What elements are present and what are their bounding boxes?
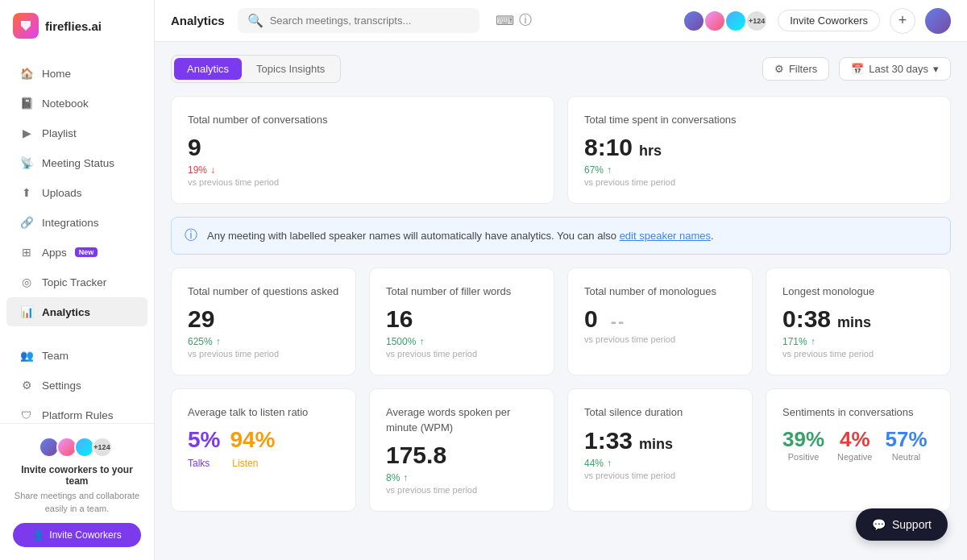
sidebar-item-analytics[interactable]: 📊 Analytics	[6, 297, 147, 326]
header-actions: +124 Invite Coworkers +	[686, 8, 951, 34]
stat-card-monologues: Total number of monologues 0 -- vs previ…	[567, 268, 753, 375]
change-value: 625%	[188, 336, 213, 347]
stat-value: 0 --	[584, 305, 736, 333]
sidebar-nav: 🏠 Home 📓 Notebook ▶ Playlist 📡 Meeting S…	[0, 52, 154, 423]
change-arrow: ↑	[216, 336, 221, 347]
sidebar-item-label: Settings	[42, 380, 81, 392]
filters-button[interactable]: ⚙ Filters	[762, 57, 829, 81]
footer-invite-title: Invite coworkers to your team	[13, 464, 141, 487]
playlist-icon: ▶	[19, 126, 34, 140]
search-icon: 🔍	[247, 13, 264, 28]
sidebar-item-playlist[interactable]: ▶ Playlist	[6, 118, 147, 147]
search-box[interactable]: 🔍	[238, 8, 479, 33]
support-button[interactable]: 💬 Support	[856, 508, 948, 541]
stat-label: Total number of questions asked	[188, 284, 339, 299]
stats-row-1: Total number of conversations 9 19% ↓ vs…	[171, 96, 951, 204]
edit-speaker-names-link[interactable]: edit speaker names	[620, 230, 711, 242]
stat-card-conversations: Total number of conversations 9 19% ↓ vs…	[171, 96, 554, 204]
header-invite-label: Invite Coworkers	[790, 15, 868, 27]
notebook-icon: 📓	[19, 96, 34, 110]
info-banner: ⓘ Any meeting with labelled speaker name…	[171, 217, 951, 255]
header-avatar	[724, 10, 747, 32]
apps-icon: ⊞	[19, 245, 34, 259]
sentiment-positive-col: 39% Positive	[782, 427, 824, 462]
stat-label: Longest monologue	[782, 284, 934, 299]
integrations-icon: 🔗	[19, 215, 34, 230]
invite-icon: 👤	[32, 529, 44, 541]
change-value: 67%	[584, 164, 604, 176]
sidebar-item-label: Integrations	[42, 217, 99, 229]
sidebar-footer: +124 Invite coworkers to your team Share…	[0, 423, 154, 560]
sidebar: fireflies.ai 🏠 Home 📓 Notebook ▶ Playlis…	[0, 0, 155, 560]
logo-icon	[13, 13, 39, 39]
page-title: Analytics	[171, 14, 225, 27]
add-button[interactable]: +	[890, 8, 915, 34]
platform-rules-icon: 🛡	[19, 408, 34, 422]
sidebar-item-label: Team	[42, 350, 68, 362]
logo-text: fireflies.ai	[45, 19, 102, 33]
tab-analytics[interactable]: Analytics	[174, 58, 242, 80]
stat-change: 44% ↑	[584, 458, 736, 469]
stats-row-3: Average talk to listen ratio 5% 94% Talk…	[171, 388, 951, 511]
date-range-button[interactable]: 📅 Last 30 days ▾	[839, 57, 951, 81]
search-input[interactable]	[270, 15, 470, 27]
header-invite-button[interactable]: Invite Coworkers	[778, 10, 880, 31]
positive-value: 39%	[782, 427, 824, 452]
stat-card-sentiments: Sentiments in conversations 39% Positive…	[766, 388, 951, 511]
stat-change-note: vs previous time period	[188, 349, 339, 359]
sidebar-item-notebook[interactable]: 📓 Notebook	[6, 89, 147, 118]
user-avatar[interactable]	[925, 8, 951, 34]
invite-btn-label: Invite Coworkers	[49, 529, 121, 541]
meeting-status-icon: 📡	[19, 156, 34, 170]
sentiments-row: 39% Positive 4% Negative 57% Neutral	[782, 427, 934, 462]
sentiment-neutral-col: 57% Neutral	[885, 427, 927, 462]
change-arrow: ↑	[403, 472, 408, 483]
sidebar-invite-button[interactable]: 👤 Invite Coworkers	[13, 523, 141, 547]
stat-change-note: vs previous time period	[386, 349, 537, 359]
sidebar-item-settings[interactable]: ⚙ Settings	[6, 371, 147, 400]
stat-change: 67% ↑	[584, 164, 934, 176]
sidebar-item-integrations[interactable]: 🔗 Integrations	[6, 208, 147, 237]
sidebar-item-apps[interactable]: ⊞ Apps New	[6, 238, 147, 267]
footer-invite-desc: Share meetings and collaborate easily in…	[13, 490, 141, 515]
info-icon: ⓘ	[519, 12, 532, 29]
tab-topics-insights[interactable]: Topics Insights	[243, 58, 338, 80]
change-value: 19%	[188, 164, 207, 176]
stat-label: Total time spent in conversations	[584, 113, 934, 127]
sidebar-item-label: Meeting Status	[42, 157, 114, 169]
change-arrow: ↑	[419, 336, 424, 347]
longest-monologue-unit: mins	[837, 314, 871, 331]
negative-label: Negative	[837, 452, 872, 462]
stat-card-wpm: Average words spoken per minute (WPM) 17…	[369, 388, 554, 511]
neutral-value: 57%	[885, 427, 927, 452]
sidebar-item-label: Notebook	[42, 97, 89, 110]
change-value: 8%	[386, 472, 400, 483]
stat-label: Total number of conversations	[188, 113, 537, 127]
stat-change-note: vs previous time period	[584, 334, 736, 344]
stat-value: 16	[386, 305, 537, 333]
change-value: 1500%	[386, 336, 416, 347]
sidebar-item-label: Apps	[42, 247, 67, 259]
monologues-dashes: --	[611, 311, 626, 332]
monologues-number: 0	[584, 305, 598, 333]
change-arrow: ↑	[607, 458, 612, 469]
filter-icon: ⚙	[774, 63, 784, 75]
sidebar-item-team[interactable]: 👥 Team	[6, 341, 147, 370]
sidebar-item-topic-tracker[interactable]: ◎ Topic Tracker	[6, 268, 147, 297]
sidebar-item-label: Home	[42, 68, 71, 80]
sidebar-item-uploads[interactable]: ⬆ Uploads	[6, 178, 147, 207]
sidebar-item-meeting-status[interactable]: 📡 Meeting Status	[6, 148, 147, 177]
stat-label: Total number of monologues	[584, 284, 736, 299]
sidebar-item-platform-rules[interactable]: 🛡 Platform Rules	[6, 400, 147, 423]
time-number: 8:10	[584, 134, 633, 161]
stat-card-silence: Total silence duration 1:33 mins 44% ↑ v…	[567, 388, 753, 511]
stat-change: 625% ↑	[188, 336, 339, 347]
stat-value: 1:33 mins	[584, 427, 736, 454]
stat-label: Average words spoken per minute (WPM)	[386, 405, 537, 434]
sidebar-item-home[interactable]: 🏠 Home	[6, 59, 147, 88]
sidebar-logo: fireflies.ai	[0, 0, 154, 52]
stats-row-2: Total number of questions asked 29 625% …	[171, 268, 951, 375]
sidebar-item-label: Topic Tracker	[42, 276, 106, 288]
date-btn-label: Last 30 days	[869, 63, 928, 75]
sidebar-item-label: Platform Rules	[42, 409, 114, 421]
